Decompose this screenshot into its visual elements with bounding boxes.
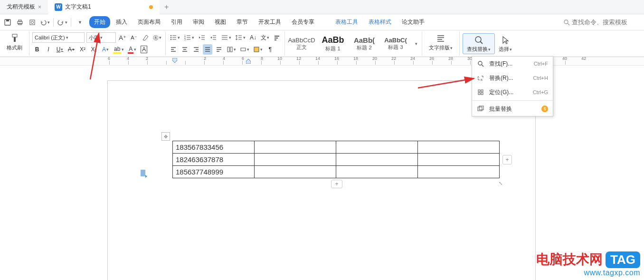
tab-vip[interactable]: 会员专享 (287, 16, 319, 28)
table-cell[interactable] (418, 141, 500, 154)
menu-replace[interactable]: AB 替换(R)... Ctrl+H (472, 71, 553, 85)
table-cell[interactable] (255, 154, 336, 166)
cursor-icon (500, 35, 511, 45)
table-cell[interactable]: 185637748999 (173, 166, 255, 178)
tab-table-style[interactable]: 表格样式 (364, 16, 396, 28)
table-cell[interactable] (255, 141, 336, 154)
numbering-icon[interactable]: 123▾ (183, 32, 195, 43)
group-paragraph: ▾ 123▾ ▾ ▾ A↓ 文▾ ▾ ▾ ▾ ¶ (166, 31, 285, 56)
style-heading-3[interactable]: AaBbC(标题 3 (380, 32, 411, 55)
table-cell[interactable]: 183567833456 (173, 141, 255, 154)
font-name-select[interactable]: Calibri (正文)▾ (32, 32, 85, 43)
command-search-input[interactable] (572, 19, 638, 26)
tab-developer[interactable]: 开发工具 (254, 16, 286, 28)
svg-rect-67 (478, 90, 480, 92)
highlight-icon[interactable]: ab▾ (112, 44, 125, 55)
tab-button-icon[interactable]: ▾ (239, 44, 250, 55)
format-painter-button[interactable]: 格式刷 (3, 32, 26, 52)
tab-document-1[interactable]: W 文字文稿1 (48, 0, 160, 14)
style-normal[interactable]: AaBbCcD正文 (286, 32, 317, 55)
left-indent-marker[interactable] (172, 58, 177, 64)
add-row-button[interactable]: + (331, 180, 342, 188)
decrease-indent-icon[interactable] (197, 32, 207, 43)
table-cell[interactable] (336, 141, 418, 154)
bold-icon[interactable]: B (32, 44, 42, 55)
table-cell[interactable] (255, 166, 336, 178)
superscript-icon[interactable]: X² (78, 44, 87, 55)
document-page[interactable] (108, 81, 535, 280)
right-indent-marker[interactable] (246, 58, 251, 64)
table-cell[interactable] (336, 166, 418, 178)
text-effect-icon[interactable]: A▾ (101, 44, 110, 55)
table-row[interactable]: 185637748999 (173, 166, 500, 178)
table-resize-handle[interactable]: ⤡ (499, 181, 504, 186)
print-icon[interactable] (14, 17, 26, 28)
menu-find[interactable]: 查找(F)... Ctrl+F (472, 57, 553, 71)
undo-icon[interactable]: ▾ (39, 17, 50, 28)
change-case-icon[interactable]: ㊔▾ (152, 32, 162, 43)
close-icon[interactable]: × (38, 4, 41, 10)
select-button[interactable]: 选择▾ (495, 34, 516, 54)
tab-paper-helper[interactable]: 论文助手 (397, 16, 429, 28)
tab-chapter[interactable]: 章节 (232, 16, 253, 28)
sort-icon[interactable] (272, 32, 282, 43)
bullets-icon[interactable]: ▾ (169, 32, 181, 43)
save-icon[interactable] (2, 17, 13, 28)
italic-icon[interactable]: I (44, 44, 53, 55)
tab-table-tools[interactable]: 表格工具 (331, 16, 363, 28)
clear-format-icon[interactable] (141, 32, 150, 43)
table-row[interactable]: 183567833456 (173, 141, 500, 154)
paragraph-action-icon[interactable] (140, 169, 147, 178)
tab-references[interactable]: 引用 (166, 16, 187, 28)
align-center-icon[interactable] (180, 44, 189, 55)
document-table[interactable]: 183567833456 182463637878 185637748999 (172, 141, 500, 178)
add-column-button[interactable]: + (502, 155, 512, 164)
line-spacing-decrease-icon[interactable]: ▾ (220, 32, 232, 43)
table-cell[interactable] (418, 166, 500, 178)
table-cell[interactable]: 182463637878 (173, 154, 255, 166)
add-tab-button[interactable]: + (160, 3, 174, 11)
columns-icon[interactable]: ▾ (226, 44, 237, 55)
style-heading-2[interactable]: AaBb(标题 2 (349, 32, 380, 55)
font-color-icon[interactable]: A▾ (127, 44, 137, 55)
find-replace-button[interactable]: 查找替换▾ (463, 33, 495, 54)
align-left-icon[interactable] (169, 44, 178, 55)
table-cell[interactable] (418, 154, 500, 166)
menu-goto[interactable]: 定位(G)... Ctrl+G (472, 85, 553, 99)
text-direction-icon[interactable]: A↓ (248, 32, 258, 43)
table-cell[interactable] (336, 154, 418, 166)
tab-page-layout[interactable]: 页面布局 (133, 16, 165, 28)
align-distribute-icon[interactable] (214, 44, 224, 55)
increase-indent-icon[interactable] (208, 32, 218, 43)
show-marks-icon[interactable]: ¶ (265, 44, 275, 55)
table-row[interactable]: 182463637878 (173, 154, 500, 166)
qat-dropdown-icon[interactable]: ▼ (74, 17, 85, 28)
redo-icon[interactable]: ▾ (57, 17, 68, 28)
print-preview-icon[interactable] (27, 17, 38, 28)
command-search[interactable] (559, 19, 642, 26)
text-layout-button[interactable]: 文字排版▾ (425, 32, 456, 52)
increase-font-icon[interactable]: A⁺ (118, 32, 127, 43)
align-right-icon[interactable] (191, 44, 201, 55)
watermark-text: 电脑技术网 (536, 251, 603, 269)
underline-icon[interactable]: U▾ (55, 44, 65, 55)
text-layout-icon (436, 33, 446, 44)
tab-start[interactable]: 开始 (89, 16, 110, 28)
character-border-icon[interactable]: A (139, 44, 149, 55)
tab-template[interactable]: 戈稻壳模板 × (0, 0, 48, 14)
tab-view[interactable]: 视图 (210, 16, 231, 28)
line-spacing-icon[interactable]: ▾ (234, 32, 246, 43)
subscript-icon[interactable]: X₂ (89, 44, 99, 55)
align-justify-icon[interactable] (203, 44, 212, 55)
menu-batch-replace[interactable]: 批量替换 $ (472, 102, 553, 116)
strikethrough-icon[interactable]: A▾ (66, 44, 76, 55)
style-heading-1[interactable]: AaBb标题 1 (317, 32, 349, 55)
decrease-font-icon[interactable]: A⁻ (129, 32, 139, 43)
styles-more-icon[interactable]: ▾ (411, 33, 421, 54)
font-size-select[interactable]: 小四▾ (86, 32, 116, 43)
phonetic-guide-icon[interactable]: 文▾ (260, 32, 270, 43)
shading-icon[interactable]: ▾ (252, 44, 264, 55)
tab-insert[interactable]: 插入 (111, 16, 132, 28)
tab-review[interactable]: 审阅 (188, 16, 209, 28)
table-move-handle[interactable]: ✥ (161, 132, 170, 141)
